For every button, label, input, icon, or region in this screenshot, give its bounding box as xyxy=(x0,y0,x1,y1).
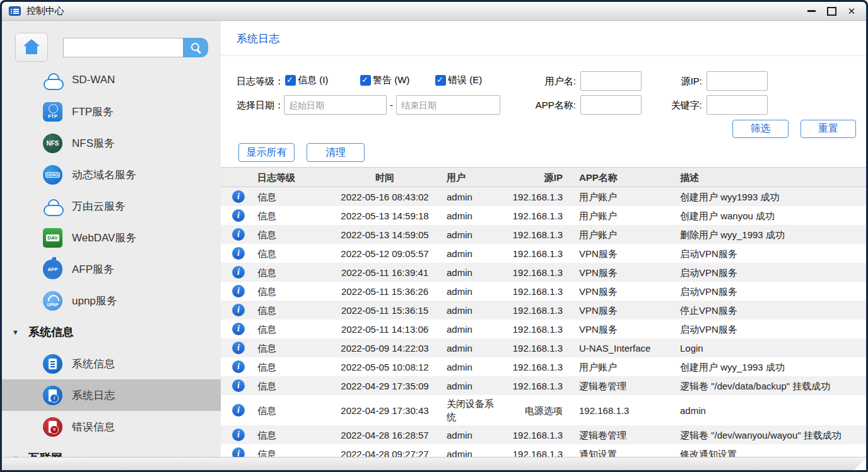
cell-description: 启动VPN服务 xyxy=(675,245,866,262)
horizontal-scrollbar[interactable] xyxy=(2,457,866,470)
cell-log-level: 信息 xyxy=(252,245,328,262)
header-time: 时间 xyxy=(328,169,442,186)
cell-app-name: 用户账户 xyxy=(568,226,675,243)
maximize-icon[interactable] xyxy=(826,6,837,17)
sidebar-item-label: NFS服务 xyxy=(72,136,115,151)
sidebar-item[interactable]: 错误信息 xyxy=(2,411,221,442)
sidebar-item-label: upnp服务 xyxy=(72,294,117,308)
cell-log-level: 信息 xyxy=(252,402,328,419)
table-row[interactable]: 信息 2022-05-13 14:59:05 admin 192.168.1.3… xyxy=(221,225,866,244)
sidebar-item-label: 系统信息 xyxy=(28,325,74,340)
table-row[interactable]: 信息 2022-05-13 14:59:18 admin 192.168.1.3… xyxy=(221,206,866,225)
info-icon xyxy=(232,429,245,441)
sidebar-item[interactable]: DAV WebDAV服务 xyxy=(2,222,221,253)
table-row[interactable]: 信息 2022-05-12 09:05:57 admin 192.168.1.3… xyxy=(221,244,866,263)
resize-grip-icon[interactable] xyxy=(854,458,866,470)
sidebar-nav: SD-WAN FTP FTP服务 NFS NFS服务 xyxy=(2,64,221,470)
sidebar-item[interactable]: 系统日志 xyxy=(2,379,221,411)
log-level-label: 日志等级： xyxy=(237,76,284,88)
date-end-input[interactable] xyxy=(396,95,500,115)
sidebar-item[interactable]: DDNS 动态域名服务 xyxy=(2,159,221,190)
username-input[interactable] xyxy=(580,71,642,91)
cell-description: 启动VPN服务 xyxy=(675,283,866,300)
app-name-input[interactable] xyxy=(580,95,642,115)
info-icon xyxy=(232,342,245,354)
header-app-name: APP名称 xyxy=(568,169,675,186)
date-start-input[interactable] xyxy=(284,95,387,115)
cell-app-name: 用户账户 xyxy=(568,207,675,224)
cell-description: 删除用户 wyy_1993 成功 xyxy=(675,226,866,243)
date-separator: - xyxy=(390,100,393,110)
table-row[interactable]: 信息 2022-04-29 17:35:09 admin 192.168.1.3… xyxy=(221,376,866,395)
titlebar: 控制中心 xyxy=(2,2,866,21)
checkbox-checked-icon[interactable] xyxy=(360,75,371,86)
close-icon[interactable] xyxy=(846,6,857,17)
sidebar-item-icon: FTP xyxy=(43,102,62,122)
sidebar-item[interactable]: 万由云服务 xyxy=(2,190,221,222)
search-input[interactable] xyxy=(63,38,183,57)
show-all-button[interactable]: 显示所有 xyxy=(238,143,295,162)
table-row[interactable]: 信息 2022-05-11 15:36:15 admin 192.168.1.3… xyxy=(221,301,866,319)
sidebar-item[interactable]: AFP AFP服务 xyxy=(2,253,221,285)
page-title: 系统日志 xyxy=(237,32,279,46)
table-row[interactable]: 信息 2022-05-11 14:13:06 admin 192.168.1.3… xyxy=(221,319,866,338)
cell-time: 2022-04-29 17:30:43 xyxy=(328,402,442,419)
app-name-label: APP名称: xyxy=(522,100,576,112)
clean-button[interactable]: 清理 xyxy=(307,143,365,162)
sidebar-item-icon: UPNP xyxy=(43,291,62,311)
table-row[interactable]: 信息 2022-05-05 10:08:12 admin 192.168.1.3… xyxy=(221,357,866,376)
table-row[interactable]: 信息 2022-05-11 15:36:26 admin 192.168.1.3… xyxy=(221,282,866,301)
table-row[interactable]: 信息 2022-05-09 14:22:03 admin 192.168.1.3… xyxy=(221,338,866,357)
cell-app-name: 192.168.1.3 xyxy=(568,402,675,419)
source-ip-input[interactable] xyxy=(707,71,768,91)
cell-user: admin xyxy=(442,245,505,262)
cell-time: 2022-05-16 08:43:02 xyxy=(328,188,442,205)
cell-log-level: 信息 xyxy=(252,207,328,224)
table-row[interactable]: 信息 2022-05-11 16:39:41 admin 192.168.1.3… xyxy=(221,263,866,282)
icon-text: UPNP xyxy=(47,302,58,307)
keyword-input[interactable] xyxy=(707,95,768,115)
cell-user: admin xyxy=(442,283,505,300)
cell-description: admin xyxy=(675,402,866,419)
checkbox-checked-icon[interactable] xyxy=(435,75,446,86)
cell-description: 启动VPN服务 xyxy=(675,321,866,338)
sidebar-item-icon xyxy=(43,71,62,90)
log-level-option[interactable]: 错误 (E) xyxy=(435,74,510,86)
cell-log-level: 信息 xyxy=(252,359,328,376)
header-source-ip: 源IP xyxy=(505,169,568,186)
sidebar-item[interactable]: FTP FTP服务 xyxy=(2,96,221,127)
cell-app-name: 逻辑卷管理 xyxy=(568,377,675,394)
sidebar-item[interactable]: 系统信息 xyxy=(2,348,221,379)
source-ip-label: 源IP: xyxy=(661,76,702,88)
cell-log-level: 信息 xyxy=(252,188,328,205)
cell-log-level: 信息 xyxy=(252,321,328,338)
table-row[interactable]: 信息 2022-05-16 08:43:02 admin 192.168.1.3… xyxy=(221,187,866,206)
checkbox-checked-icon[interactable] xyxy=(285,75,296,86)
cell-user: admin xyxy=(442,188,505,205)
reset-button[interactable]: 重置 xyxy=(801,120,856,138)
cell-source-ip: 192.168.1.3 xyxy=(505,207,568,224)
search-button[interactable] xyxy=(183,38,208,57)
sidebar-item[interactable]: 系统信息 xyxy=(2,316,221,348)
cell-description: 创建用户 wyy1993 成功 xyxy=(675,188,866,205)
minimize-icon[interactable] xyxy=(806,6,817,17)
cell-time: 2022-05-11 15:36:26 xyxy=(328,283,442,300)
cell-source-ip: 192.168.1.3 xyxy=(505,427,568,444)
table-row[interactable]: 信息 2022-04-29 17:30:43 关闭设备系统 电源选项 192.1… xyxy=(221,395,866,425)
cell-description: 创建用户 wyy_1993 成功 xyxy=(675,359,866,376)
log-level-option[interactable]: 警告 (W) xyxy=(360,74,435,86)
info-icon xyxy=(232,228,245,241)
cell-time: 2022-05-12 09:05:57 xyxy=(328,245,442,262)
log-level-option[interactable]: 信息 (I) xyxy=(285,74,360,86)
sidebar-item[interactable]: UPNP upnp服务 xyxy=(2,285,221,316)
window-title: 控制中心 xyxy=(26,5,64,17)
cell-time: 2022-05-05 10:08:12 xyxy=(328,359,442,376)
cell-source-ip: 192.168.1.3 xyxy=(505,245,568,262)
filter-button[interactable]: 筛选 xyxy=(732,120,789,138)
sidebar-item[interactable]: SD-WAN xyxy=(2,64,221,96)
cell-log-level: 信息 xyxy=(252,427,328,444)
home-button[interactable] xyxy=(15,33,48,62)
sidebar-item[interactable]: NFS NFS服务 xyxy=(2,127,221,159)
checkbox-label: 警告 (W) xyxy=(373,74,409,86)
table-row[interactable]: 信息 2022-04-28 16:28:57 admin 192.168.1.3… xyxy=(221,425,866,444)
